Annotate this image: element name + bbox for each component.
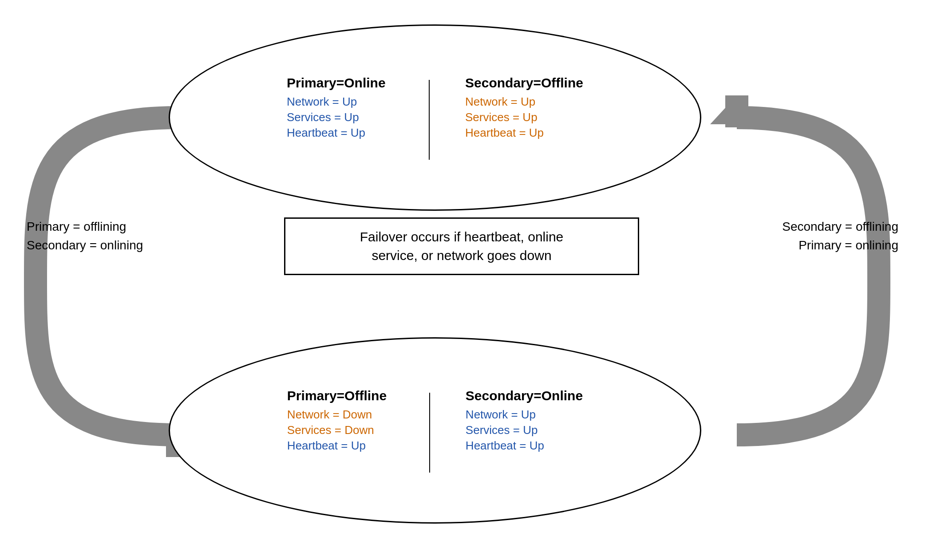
label-right: Secondary = offlining Primary = onlining [765,217,898,255]
primary-online-heartbeat: Heartbeat = Up [287,126,365,140]
center-box: Failover occurs if heartbeat, online ser… [284,217,639,275]
svg-rect-3 [725,95,748,127]
secondary-online-network: Network = Up [466,408,536,422]
primary-offline-heartbeat: Heartbeat = Up [287,439,366,453]
secondary-online-heartbeat: Heartbeat = Up [466,439,544,453]
primary-online-network: Network = Up [287,95,357,109]
top-divider [429,80,430,160]
primary-offline-node: Primary=Offline Network = Down Services … [287,388,394,454]
ellipse-bottom: Primary=Offline Network = Down Services … [169,337,701,524]
primary-offline-network: Network = Down [287,408,372,422]
primary-online-services: Services = Up [287,110,359,124]
primary-online-node: Primary=Online Network = Up Services = U… [287,75,393,142]
primary-offline-title: Primary=Offline [287,388,387,403]
secondary-offline-services: Services = Up [465,110,538,124]
secondary-online-node: Secondary=Online Network = Up Services =… [466,388,583,454]
primary-offline-services: Services = Down [287,423,374,437]
secondary-online-title: Secondary=Online [466,388,583,403]
secondary-offline-node: Secondary=Offline Network = Up Services … [465,75,583,142]
secondary-offline-title: Secondary=Offline [465,75,583,91]
ellipse-top: Primary=Online Network = Up Services = U… [169,24,701,211]
secondary-online-services: Services = Up [466,423,538,437]
center-box-text: Failover occurs if heartbeat, online ser… [356,223,568,269]
primary-online-title: Primary=Online [287,75,386,91]
diagram-container: Primary=Online Network = Up Services = U… [0,0,925,560]
secondary-offline-network: Network = Up [465,95,535,109]
label-left: Primary = offlining Secondary = onlining [27,217,160,255]
bottom-divider [429,393,430,473]
secondary-offline-heartbeat: Heartbeat = Up [465,126,544,140]
